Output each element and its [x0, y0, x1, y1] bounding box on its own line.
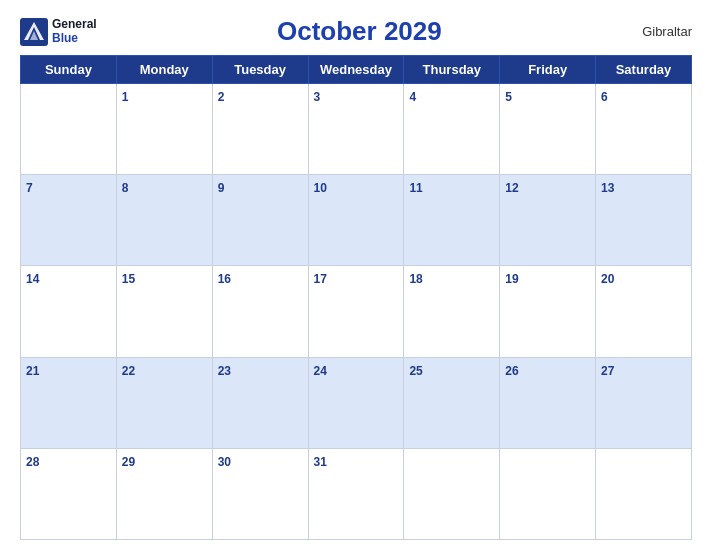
calendar-header: General Blue October 2029 Gibraltar [20, 10, 692, 49]
calendar-cell: 19 [500, 266, 596, 357]
calendar-cell: 16 [212, 266, 308, 357]
day-number: 20 [601, 272, 614, 286]
logo-text: General Blue [52, 18, 97, 44]
calendar-cell: 13 [596, 175, 692, 266]
week-row-2: 78910111213 [21, 175, 692, 266]
calendar-cell: 18 [404, 266, 500, 357]
week-row-3: 14151617181920 [21, 266, 692, 357]
calendar-cell: 6 [596, 84, 692, 175]
day-number: 29 [122, 455, 135, 469]
calendar-table: SundayMondayTuesdayWednesdayThursdayFrid… [20, 55, 692, 540]
weekday-monday: Monday [116, 56, 212, 84]
calendar-cell: 10 [308, 175, 404, 266]
day-number: 22 [122, 364, 135, 378]
calendar-title: October 2029 [97, 16, 622, 47]
calendar-cell: 25 [404, 357, 500, 448]
day-number: 24 [314, 364, 327, 378]
day-number: 30 [218, 455, 231, 469]
day-number: 1 [122, 90, 129, 104]
calendar-cell: 27 [596, 357, 692, 448]
calendar-cell: 1 [116, 84, 212, 175]
day-number: 28 [26, 455, 39, 469]
day-number: 18 [409, 272, 422, 286]
logo-blue-text: Blue [52, 32, 97, 45]
calendar-cell: 2 [212, 84, 308, 175]
day-number: 25 [409, 364, 422, 378]
calendar-cell: 9 [212, 175, 308, 266]
calendar-cell [21, 84, 117, 175]
calendar-cell: 8 [116, 175, 212, 266]
day-number: 16 [218, 272, 231, 286]
calendar-cell [404, 448, 500, 539]
week-row-4: 21222324252627 [21, 357, 692, 448]
calendar-cell: 11 [404, 175, 500, 266]
calendar-cell: 30 [212, 448, 308, 539]
day-number: 27 [601, 364, 614, 378]
calendar-cell: 24 [308, 357, 404, 448]
logo: General Blue [20, 18, 97, 46]
day-number: 31 [314, 455, 327, 469]
calendar-cell: 7 [21, 175, 117, 266]
weekday-sunday: Sunday [21, 56, 117, 84]
calendar-cell: 17 [308, 266, 404, 357]
calendar-cell: 3 [308, 84, 404, 175]
calendar-cell: 31 [308, 448, 404, 539]
week-row-5: 28293031 [21, 448, 692, 539]
calendar-cell: 29 [116, 448, 212, 539]
calendar-cell: 5 [500, 84, 596, 175]
logo-general-text: General [52, 18, 97, 31]
weekday-friday: Friday [500, 56, 596, 84]
day-number: 3 [314, 90, 321, 104]
day-number: 23 [218, 364, 231, 378]
day-number: 4 [409, 90, 416, 104]
day-number: 6 [601, 90, 608, 104]
calendar-cell: 12 [500, 175, 596, 266]
day-number: 2 [218, 90, 225, 104]
logo-icon [20, 18, 48, 46]
day-number: 17 [314, 272, 327, 286]
day-number: 9 [218, 181, 225, 195]
weekday-saturday: Saturday [596, 56, 692, 84]
day-number: 10 [314, 181, 327, 195]
weekday-header-row: SundayMondayTuesdayWednesdayThursdayFrid… [21, 56, 692, 84]
weekday-tuesday: Tuesday [212, 56, 308, 84]
calendar-cell: 14 [21, 266, 117, 357]
day-number: 19 [505, 272, 518, 286]
calendar-cell: 4 [404, 84, 500, 175]
day-number: 5 [505, 90, 512, 104]
weekday-wednesday: Wednesday [308, 56, 404, 84]
day-number: 12 [505, 181, 518, 195]
day-number: 8 [122, 181, 129, 195]
day-number: 11 [409, 181, 422, 195]
week-row-1: 123456 [21, 84, 692, 175]
day-number: 21 [26, 364, 39, 378]
day-number: 26 [505, 364, 518, 378]
calendar-cell: 21 [21, 357, 117, 448]
calendar-cell: 28 [21, 448, 117, 539]
day-number: 14 [26, 272, 39, 286]
calendar-cell: 20 [596, 266, 692, 357]
weekday-thursday: Thursday [404, 56, 500, 84]
day-number: 13 [601, 181, 614, 195]
calendar-cell [500, 448, 596, 539]
day-number: 7 [26, 181, 33, 195]
day-number: 15 [122, 272, 135, 286]
calendar-cell: 23 [212, 357, 308, 448]
calendar-cell: 22 [116, 357, 212, 448]
region-label: Gibraltar [622, 24, 692, 39]
calendar-cell: 26 [500, 357, 596, 448]
calendar-cell: 15 [116, 266, 212, 357]
calendar-cell [596, 448, 692, 539]
